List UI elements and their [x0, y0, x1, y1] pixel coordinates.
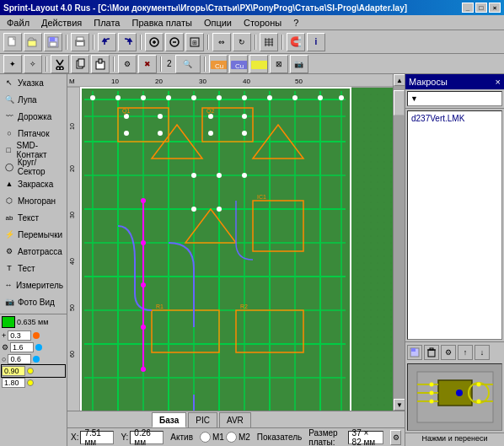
- cut-button[interactable]: [51, 55, 69, 73]
- y-value: 0.26 мм: [130, 431, 164, 444]
- deselect-button[interactable]: ✧: [24, 55, 42, 73]
- size-value-5[interactable]: 1.80: [2, 378, 25, 388]
- svg-point-86: [141, 282, 146, 287]
- layer-silk-button[interactable]: [249, 55, 268, 73]
- svg-point-108: [191, 173, 196, 178]
- sidebar-item-measure[interactable]: ↔ Измеритель: [0, 277, 67, 293]
- active-color-box[interactable]: [2, 316, 15, 328]
- macro-up-button[interactable]: ↑: [458, 345, 473, 360]
- scroll-down-button[interactable]: ▼: [394, 399, 405, 411]
- minimize-button[interactable]: _: [462, 3, 474, 13]
- pcb-canvas[interactable]: M 10 20 30 40 50 10 20 30 40: [67, 74, 393, 411]
- svg-text:30: 30: [69, 212, 75, 218]
- polygon-icon: ⬡: [3, 195, 15, 207]
- scroll-up-button[interactable]: ▲: [394, 74, 405, 86]
- sidebar-item-fill[interactable]: ▲ Закраска: [0, 175, 67, 192]
- macro-delete-button[interactable]: [424, 345, 439, 360]
- select-all-button[interactable]: ✦: [3, 55, 22, 73]
- text-icon: ab: [3, 212, 15, 223]
- macros-toolbar: ⚙ ↑ ↓: [405, 341, 504, 362]
- sidebar-item-circle[interactable]: ◯ Круг/Сектор: [0, 159, 67, 175]
- radio-m1[interactable]: [200, 432, 211, 443]
- close-button[interactable]: ×: [489, 3, 501, 13]
- macros-dropdown[interactable]: ▼: [407, 91, 502, 106]
- svg-point-101: [158, 114, 163, 119]
- macro-settings-button[interactable]: ⚙: [441, 345, 456, 360]
- size-value-1[interactable]: 0.3: [8, 330, 31, 341]
- layer-bottom-button[interactable]: Cu: [229, 55, 248, 73]
- canvas-inner[interactable]: M 10 20 30 40 50 10 20 30 40: [67, 74, 393, 411]
- layer-top-button[interactable]: Cu: [209, 55, 228, 73]
- delete-button[interactable]: ✖: [138, 55, 157, 73]
- svg-rect-7: [77, 37, 83, 40]
- scroll-track[interactable]: [394, 86, 405, 399]
- maximize-button[interactable]: □: [475, 3, 487, 13]
- svg-rect-132: [430, 348, 433, 350]
- svg-point-100: [124, 114, 129, 119]
- size-label: Размер платы:: [308, 428, 346, 447]
- undo-button[interactable]: [98, 33, 116, 51]
- sidebar-item-jumper[interactable]: ⚡ Перемычки: [0, 226, 67, 243]
- macro-item-0[interactable]: d237Vert.LMK: [410, 113, 500, 124]
- sidebar-item-pointer[interactable]: ↖ Указка: [0, 74, 67, 91]
- save-button[interactable]: [44, 33, 62, 51]
- mirror-view-button[interactable]: ⊠: [270, 55, 288, 73]
- macros-list[interactable]: d237Vert.LMK: [407, 110, 502, 340]
- redo-button[interactable]: [118, 33, 137, 51]
- macro-save-button[interactable]: [407, 345, 422, 360]
- new-button[interactable]: [3, 33, 22, 51]
- macro-down-button[interactable]: ↓: [475, 345, 490, 360]
- zoom-in-button[interactable]: [145, 33, 164, 51]
- menu-file[interactable]: Файл: [2, 17, 35, 29]
- svg-rect-134: [438, 380, 472, 406]
- sidebar-item-zoom[interactable]: 🔍 Лупа: [0, 91, 67, 108]
- vertical-scrollbar[interactable]: ▲ ▼: [393, 74, 405, 411]
- camera-button[interactable]: 📷: [290, 55, 308, 73]
- size-value-3[interactable]: 0.6: [8, 354, 31, 364]
- mirror-button[interactable]: ⇔: [212, 33, 231, 51]
- paste-button[interactable]: [91, 55, 110, 73]
- macros-close-button[interactable]: ×: [496, 77, 501, 87]
- sidebar-item-pad[interactable]: ○ Пятачок: [0, 125, 67, 142]
- sidebar-item-autoroute[interactable]: ⚙ Автотрасса: [0, 243, 67, 260]
- tab-base[interactable]: База: [152, 412, 186, 427]
- grid-button[interactable]: [260, 33, 278, 51]
- sidebar-label-test: Тест: [18, 264, 35, 273]
- menu-options[interactable]: Опции: [199, 17, 237, 29]
- zoom-fit-button[interactable]: ⊞: [185, 33, 204, 51]
- svg-point-106: [208, 131, 213, 136]
- tab-avr[interactable]: AVR: [219, 412, 251, 427]
- magnet-button[interactable]: 🧲: [287, 33, 305, 51]
- svg-point-111: [191, 207, 196, 212]
- menu-help[interactable]: ?: [288, 17, 303, 29]
- sidebar-item-smd[interactable]: □ SMD-Контакт: [0, 142, 67, 159]
- sidebar-item-track[interactable]: 〰 Дорожка: [0, 108, 67, 125]
- sidebar-item-test[interactable]: T Тест: [0, 260, 67, 277]
- sidebar-label-autoroute: Автотрасса: [18, 247, 62, 256]
- copy-button[interactable]: [71, 55, 89, 73]
- board-settings-button[interactable]: ⚙: [390, 430, 401, 445]
- properties-button[interactable]: ⚙: [118, 55, 137, 73]
- rotate-button[interactable]: ↻: [233, 33, 251, 51]
- size-field: Размер платы: 37 × 82 мм: [308, 428, 383, 447]
- coord-x-field: X: 7.51 мм: [71, 431, 114, 444]
- info-button[interactable]: i: [307, 33, 325, 51]
- radio-m2[interactable]: [226, 432, 237, 443]
- menu-actions[interactable]: Действия: [36, 17, 87, 29]
- second-toolbar: ✦ ✧ ⚙ ✖ 2 🔍 Cu Cu ⊠ 📷: [0, 54, 504, 74]
- menu-board[interactable]: Плата: [88, 17, 125, 29]
- open-button[interactable]: [24, 33, 42, 51]
- svg-rect-4: [50, 42, 56, 46]
- size-value-2[interactable]: 1.6: [10, 342, 34, 352]
- sidebar-item-polygon[interactable]: ⬡ Многоран: [0, 192, 67, 209]
- sidebar-item-photo[interactable]: 📷 Фото Вид: [0, 293, 67, 310]
- sidebar-item-text[interactable]: ab Текст: [0, 209, 67, 226]
- zoom-out-button[interactable]: [165, 33, 184, 51]
- menu-edit[interactable]: Правка платы: [126, 17, 196, 29]
- print-button[interactable]: [71, 33, 89, 51]
- menu-sides[interactable]: Стороны: [239, 17, 287, 29]
- tab-pic[interactable]: PIC: [188, 412, 217, 427]
- toolbar-sep-6: [281, 35, 283, 50]
- zoom-value-button[interactable]: 🔍: [175, 55, 201, 73]
- size-value-4[interactable]: 0.90: [2, 366, 25, 376]
